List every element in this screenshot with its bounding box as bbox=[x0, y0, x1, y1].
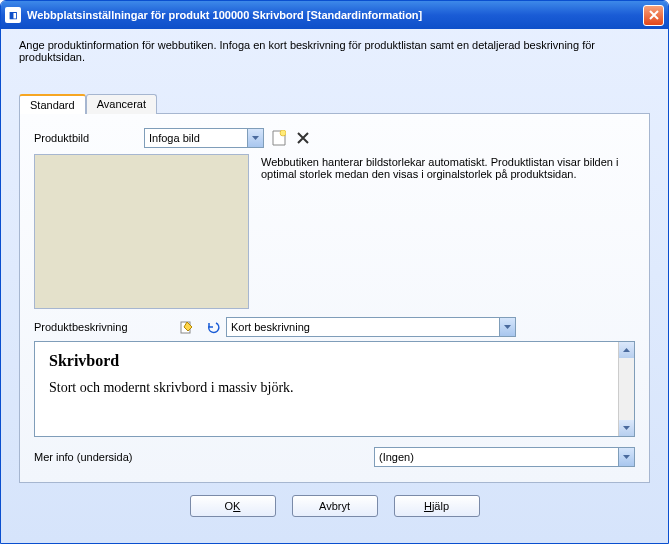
dialog-window: ◧ Webbplatsinställningar för produkt 100… bbox=[0, 0, 669, 544]
tab-panel-standard: Produktbild Infoga bild bbox=[19, 113, 650, 483]
description-editor[interactable]: Skrivbord Stort och modernt skrivbord i … bbox=[34, 341, 635, 437]
editor-scrollbar[interactable] bbox=[618, 342, 634, 436]
page-icon bbox=[272, 130, 286, 146]
image-hint: Webbutiken hanterar bildstorlekar automa… bbox=[261, 154, 635, 309]
editor-heading: Skrivbord bbox=[49, 352, 620, 370]
scroll-down-icon[interactable] bbox=[619, 420, 634, 436]
merinfo-label: Mer info (undersida) bbox=[34, 451, 374, 463]
cancel-button[interactable]: Avbryt bbox=[292, 495, 378, 517]
close-button[interactable] bbox=[643, 5, 664, 26]
undo-icon bbox=[206, 320, 220, 334]
produktbild-row: Produktbild Infoga bild bbox=[34, 128, 635, 148]
help-button[interactable]: Hjälp bbox=[394, 495, 480, 517]
tab-avancerat[interactable]: Avancerat bbox=[86, 94, 157, 114]
produktbild-label: Produktbild bbox=[34, 132, 144, 144]
edit-button[interactable] bbox=[178, 318, 196, 336]
infoga-bild-combo[interactable]: Infoga bild bbox=[144, 128, 264, 148]
beskrivning-combo[interactable]: Kort beskrivning bbox=[226, 317, 516, 337]
ok-button[interactable]: OK bbox=[190, 495, 276, 517]
chevron-down-icon bbox=[247, 129, 263, 147]
content-area: Ange produktinformation för webbutiken. … bbox=[1, 29, 668, 517]
window-title: Webbplatsinställningar för produkt 10000… bbox=[27, 9, 643, 21]
editor-body: Stort och modernt skrivbord i massiv bjö… bbox=[49, 380, 620, 396]
produktbeskrivning-label: Produktbeskrivning bbox=[34, 321, 174, 333]
intro-text: Ange produktinformation för webbutiken. … bbox=[19, 39, 650, 63]
image-preview bbox=[34, 154, 249, 309]
merinfo-row: Mer info (undersida) (Ingen) bbox=[34, 447, 635, 467]
infoga-bild-value: Infoga bild bbox=[145, 132, 247, 144]
close-icon bbox=[649, 10, 659, 20]
scroll-up-icon[interactable] bbox=[619, 342, 634, 358]
button-bar: OK Avbryt Hjälp bbox=[19, 495, 650, 517]
merinfo-value: (Ingen) bbox=[375, 451, 618, 463]
tab-standard[interactable]: Standard bbox=[19, 94, 86, 114]
merinfo-combo[interactable]: (Ingen) bbox=[374, 447, 635, 467]
chevron-down-icon bbox=[499, 318, 515, 336]
new-page-button[interactable] bbox=[270, 129, 288, 147]
tab-strip: Standard Avancerat bbox=[19, 94, 650, 114]
image-section: Webbutiken hanterar bildstorlekar automa… bbox=[34, 154, 635, 309]
delete-icon bbox=[297, 132, 309, 144]
edit-icon bbox=[180, 320, 194, 334]
delete-button[interactable] bbox=[294, 129, 312, 147]
tabs: Standard Avancerat Produktbild Infoga bi… bbox=[19, 93, 650, 483]
chevron-down-icon bbox=[618, 448, 634, 466]
undo-button[interactable] bbox=[204, 318, 222, 336]
beskrivning-value: Kort beskrivning bbox=[227, 321, 499, 333]
svg-point-0 bbox=[280, 130, 286, 136]
titlebar: ◧ Webbplatsinställningar för produkt 100… bbox=[1, 1, 668, 29]
produktbeskrivning-row: Produktbeskrivning Ko bbox=[34, 317, 635, 337]
app-icon: ◧ bbox=[5, 7, 21, 23]
